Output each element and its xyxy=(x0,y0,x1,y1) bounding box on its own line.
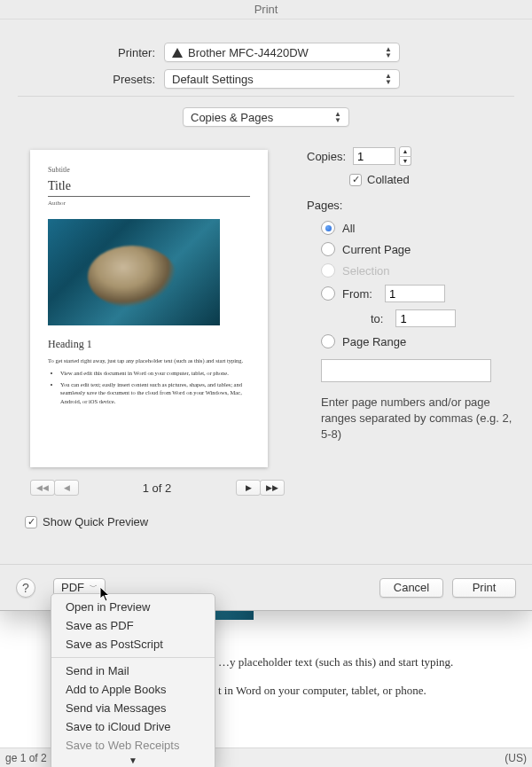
status-page: ge 1 of 2 xyxy=(5,752,47,764)
chevron-updown-icon: ▲▼ xyxy=(331,110,345,124)
next-page-button[interactable]: ▶ xyxy=(236,480,261,496)
chevron-down-icon: ﹀ xyxy=(90,582,98,593)
collated-checkbox[interactable]: ✓ Collated xyxy=(349,173,514,186)
radio-icon xyxy=(321,221,335,235)
presets-label: Presets: xyxy=(0,73,164,86)
menu-item-save-to-web-receipts[interactable]: Save to Web Receipts xyxy=(51,736,215,755)
doc-line: …y placeholder text (such as this) and s… xyxy=(218,655,497,669)
preview-image xyxy=(48,219,220,325)
radio-icon xyxy=(321,286,335,301)
checkmark-icon: ✓ xyxy=(25,516,37,528)
menu-scroll-indicator: ▼ xyxy=(51,755,215,766)
pdf-dropdown-menu: Open in Preview Save as PDF Save as Post… xyxy=(51,593,215,767)
checkmark-icon: ✓ xyxy=(349,174,362,186)
page-range-input[interactable] xyxy=(321,359,491,382)
chevron-updown-icon: ▲▼ xyxy=(381,45,395,59)
dialog-title: Print xyxy=(0,0,532,20)
copies-label: Copies: xyxy=(307,150,346,163)
to-input[interactable] xyxy=(395,309,456,327)
page-range-hint: Enter page numbers and/or page ranges se… xyxy=(321,395,514,443)
from-input[interactable] xyxy=(385,285,445,302)
printer-label: Printer: xyxy=(0,46,164,59)
copies-input[interactable] xyxy=(353,147,395,165)
options-column: Copies: ▲▼ ✓ Collated Pages: All Current… xyxy=(284,141,514,496)
radio-icon xyxy=(321,334,335,348)
printer-select[interactable]: Brother MFC-J4420DW ▲▼ xyxy=(164,43,400,62)
menu-item-open-in-preview[interactable]: Open in Preview xyxy=(51,598,215,616)
radio-all[interactable]: All xyxy=(321,221,514,235)
show-quick-preview-checkbox[interactable]: ✓ Show Quick Preview xyxy=(25,515,532,528)
first-page-button[interactable]: ◀◀ xyxy=(30,480,55,496)
radio-current-page[interactable]: Current Page xyxy=(321,242,514,256)
radio-selection: Selection xyxy=(321,263,514,278)
radio-from[interactable]: From: xyxy=(321,285,514,302)
menu-item-save-as-postscript[interactable]: Save as PostScript xyxy=(51,635,215,654)
status-lang: (US) xyxy=(505,752,527,764)
presets-value: Default Settings xyxy=(172,73,254,86)
menu-item-add-to-apple-books[interactable]: Add to Apple Books xyxy=(51,680,215,699)
print-button[interactable]: Print xyxy=(452,578,516,598)
pages-label: Pages: xyxy=(307,199,514,212)
menu-item-send-via-messages[interactable]: Send via Messages xyxy=(51,699,215,717)
radio-icon xyxy=(321,242,335,256)
page-preview: Subtitle Title Author Heading 1 To get s… xyxy=(30,150,268,467)
cancel-button[interactable]: Cancel xyxy=(379,578,443,598)
last-page-button[interactable]: ▶▶ xyxy=(260,480,285,496)
chevron-updown-icon: ▲▼ xyxy=(381,72,395,86)
menu-item-save-to-icloud-drive[interactable]: Save to iCloud Drive xyxy=(51,717,215,736)
radio-page-range[interactable]: Page Range xyxy=(321,334,514,348)
pager: ◀◀ ◀ 1 of 2 ▶ ▶▶ xyxy=(18,480,284,496)
presets-select[interactable]: Default Settings ▲▼ xyxy=(164,69,400,89)
doc-line: t in Word on your computer, tablet, or p… xyxy=(218,684,497,698)
warning-icon xyxy=(172,48,183,58)
page-indicator: 1 of 2 xyxy=(78,481,236,495)
radio-icon xyxy=(321,263,335,278)
to-row: to: xyxy=(371,309,514,327)
menu-item-save-as-pdf[interactable]: Save as PDF xyxy=(51,616,215,635)
menu-item-send-in-mail[interactable]: Send in Mail xyxy=(51,661,215,680)
section-select[interactable]: Copies & Pages ▲▼ xyxy=(183,107,349,127)
printer-value: Brother MFC-J4420DW xyxy=(188,46,309,59)
print-dialog: Print Printer: Brother MFC-J4420DW ▲▼ Pr… xyxy=(0,0,532,611)
help-button[interactable]: ? xyxy=(16,578,35,598)
prev-page-button[interactable]: ◀ xyxy=(54,480,79,496)
section-value: Copies & Pages xyxy=(191,111,273,124)
preview-column: Subtitle Title Author Heading 1 To get s… xyxy=(18,141,284,496)
copies-stepper[interactable]: ▲▼ xyxy=(399,146,411,166)
